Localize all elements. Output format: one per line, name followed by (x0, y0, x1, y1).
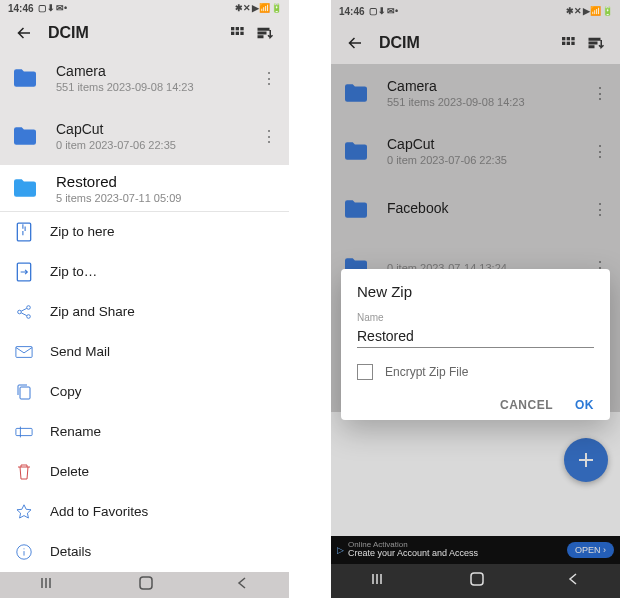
svg-rect-17 (567, 37, 570, 40)
folder-sub: 0 item 2023-07-06 22:35 (56, 139, 259, 151)
view-grid-icon[interactable] (554, 29, 582, 57)
status-bar: 14:46 ▢ ⬇ ✉ • ✱ ✕ ▶ 📶 🔋 (0, 0, 289, 17)
menu-label: Delete (50, 464, 89, 479)
svg-rect-0 (231, 27, 234, 30)
status-right-icons: ✱ ✕ ▶ 📶 🔋 (235, 3, 281, 13)
back-icon[interactable] (341, 29, 369, 57)
new-zip-dialog: New Zip Name Encrypt Zip File CANCEL OK (341, 269, 610, 420)
menu-label: Zip to… (50, 264, 97, 279)
dialog-name-label: Name (357, 312, 594, 323)
recent-apps-icon[interactable] (371, 572, 389, 590)
back-nav-icon[interactable] (566, 572, 580, 590)
menu-label: Zip to here (50, 224, 115, 239)
folder-sub: 551 items 2023-09-08 14:23 (56, 81, 259, 93)
menu-rename[interactable]: Rename (0, 412, 289, 452)
svg-rect-20 (567, 42, 570, 45)
context-header: Restored 5 items 2023-07-11 05:09 (0, 165, 289, 211)
folder-name: CapCut (56, 121, 259, 137)
svg-rect-18 (571, 37, 574, 40)
status-time: 14:46 (339, 6, 365, 17)
folder-icon (10, 66, 40, 90)
menu-label: Rename (50, 424, 101, 439)
svg-rect-2 (240, 27, 243, 30)
folder-icon (10, 176, 40, 200)
android-nav-bar (0, 572, 289, 598)
rename-icon (14, 422, 34, 442)
menu-zip-to[interactable]: Zip to… (0, 252, 289, 292)
cancel-button[interactable]: CANCEL (500, 398, 553, 412)
app-bar: DCIM (0, 17, 289, 49)
status-time: 14:46 (8, 3, 34, 14)
encrypt-label: Encrypt Zip File (385, 365, 468, 379)
svg-rect-19 (562, 42, 565, 45)
svg-point-9 (27, 305, 31, 309)
mail-icon (14, 342, 34, 362)
android-nav-bar (331, 564, 620, 598)
ok-button[interactable]: OK (575, 398, 594, 412)
selected-folder-name: Restored (56, 173, 279, 190)
svg-rect-6 (17, 223, 30, 241)
menu-label: Add to Favorites (50, 504, 148, 519)
zip-name-input[interactable] (357, 325, 594, 348)
folder-row: Camera 551 items 2023-09-08 14:23 ⋮ (0, 49, 289, 107)
menu-favorite[interactable]: Add to Favorites (0, 492, 289, 532)
checkbox-icon[interactable] (357, 364, 373, 380)
menu-send-mail[interactable]: Send Mail (0, 332, 289, 372)
svg-rect-12 (20, 387, 30, 399)
menu-copy[interactable]: Copy (0, 372, 289, 412)
status-right-icons: ✱ ✕ ▶ 📶 🔋 (566, 6, 612, 16)
svg-rect-16 (562, 37, 565, 40)
more-icon: ⋮ (259, 127, 279, 146)
more-icon: ⋮ (259, 69, 279, 88)
svg-rect-1 (236, 27, 239, 30)
svg-rect-11 (16, 346, 32, 357)
status-left-icons: ▢ ⬇ ✉ • (369, 6, 398, 16)
sort-icon[interactable] (251, 19, 279, 47)
back-nav-icon[interactable] (235, 576, 249, 594)
svg-point-10 (27, 314, 31, 318)
menu-zip-share[interactable]: Zip and Share (0, 292, 289, 332)
recent-apps-icon[interactable] (40, 576, 58, 594)
folder-row: CapCut 0 item 2023-07-06 22:35 ⋮ (0, 107, 289, 165)
context-menu: Zip to here Zip to… Zip and Share Send M… (0, 212, 289, 572)
menu-delete[interactable]: Delete (0, 452, 289, 492)
svg-rect-21 (571, 42, 574, 45)
svg-rect-3 (231, 32, 234, 35)
info-icon (14, 542, 34, 562)
encrypt-checkbox-row[interactable]: Encrypt Zip File (357, 364, 594, 380)
svg-rect-13 (16, 428, 32, 435)
share-icon (14, 302, 34, 322)
menu-label: Details (50, 544, 91, 559)
selected-folder-sub: 5 items 2023-07-11 05:09 (56, 192, 279, 204)
svg-rect-22 (471, 573, 483, 585)
folder-name: Camera (56, 63, 259, 79)
back-icon[interactable] (10, 19, 38, 47)
zip-icon (14, 222, 34, 242)
menu-zip-here[interactable]: Zip to here (0, 212, 289, 252)
app-bar-title: DCIM (48, 24, 223, 42)
app-bar-title: DCIM (379, 34, 554, 52)
star-icon (14, 502, 34, 522)
sort-icon[interactable] (582, 29, 610, 57)
home-icon[interactable] (138, 575, 154, 595)
menu-label: Zip and Share (50, 304, 135, 319)
view-grid-icon[interactable] (223, 19, 251, 47)
dialog-title: New Zip (357, 283, 594, 300)
status-bar: 14:46 ▢ ⬇ ✉ • ✱ ✕ ▶ 📶 🔋 (331, 0, 620, 22)
menu-label: Copy (50, 384, 82, 399)
status-left-icons: ▢ ⬇ ✉ • (38, 3, 67, 13)
menu-label: Send Mail (50, 344, 110, 359)
zip-to-icon (14, 262, 34, 282)
svg-rect-4 (236, 32, 239, 35)
copy-icon (14, 382, 34, 402)
folder-icon (10, 124, 40, 148)
home-icon[interactable] (469, 571, 485, 591)
trash-icon (14, 462, 34, 482)
svg-rect-5 (240, 32, 243, 35)
svg-point-8 (18, 310, 22, 314)
svg-rect-15 (140, 577, 152, 589)
menu-details[interactable]: Details (0, 532, 289, 572)
app-bar: DCIM (331, 22, 620, 64)
